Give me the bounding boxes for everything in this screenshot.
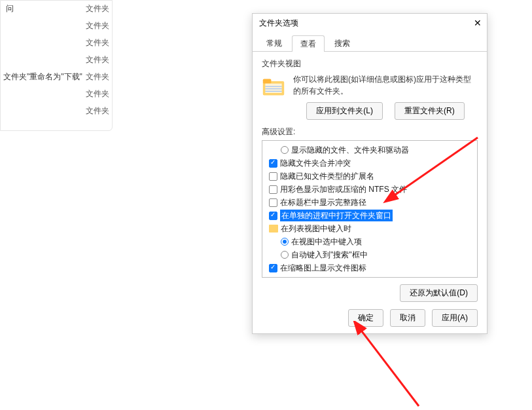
- svg-rect-2: [265, 84, 281, 93]
- advanced-setting-item[interactable]: 在文件夹提示中显示文件大小信息: [265, 274, 474, 278]
- column-label: 文件夹: [86, 37, 112, 48]
- dialog-title: 文件夹选项: [259, 18, 298, 29]
- context-text: 问: [6, 3, 14, 14]
- checkbox-input[interactable]: [269, 212, 277, 220]
- radio-input[interactable]: [281, 238, 289, 246]
- tab-strip: 常规 查看 搜索: [253, 32, 487, 52]
- advanced-setting-label: 在单独的进程中打开文件夹窗口: [280, 210, 393, 221]
- background-window-fragment: 问 文件夹 文件夹 文件夹 文件夹 文件夹 文件夹 文件夹 文件夹"重命名为"下…: [0, 0, 113, 131]
- checkbox-input[interactable]: [269, 198, 277, 207]
- cancel-button[interactable]: 取消: [390, 309, 425, 327]
- dialog-content: 文件夹视图 你可以将此视图(如详细信息或图标)应用于这种类型的所有文件夹。 应用…: [253, 52, 487, 308]
- advanced-setting-item[interactable]: 在视图中选中键入项: [265, 235, 474, 248]
- advanced-setting-label: 自动键入到"搜索"框中: [291, 249, 368, 261]
- checkbox-input[interactable]: [269, 159, 277, 168]
- checkbox-input[interactable]: [269, 172, 277, 181]
- advanced-setting-item[interactable]: 在缩略图上显示文件图标: [265, 261, 474, 274]
- advanced-setting-label: 在视图中选中键入项: [291, 236, 362, 248]
- advanced-setting-item[interactable]: 显示隐藏的文件、文件夹和驱动器: [265, 143, 474, 157]
- ok-button[interactable]: 确定: [348, 309, 383, 327]
- advanced-setting-label: 隐藏文件夹合并冲突: [280, 157, 351, 169]
- dialog-titlebar: 文件夹选项 ✕: [253, 14, 487, 32]
- column-label: 文件夹: [86, 3, 112, 14]
- advanced-settings-label: 高级设置:: [262, 126, 478, 138]
- advanced-setting-item[interactable]: 用彩色显示加密或压缩的 NTFS 文件: [265, 183, 474, 196]
- checkbox-input[interactable]: [269, 185, 277, 194]
- checkbox-input[interactable]: [269, 264, 277, 272]
- checkbox-input[interactable]: [269, 277, 277, 278]
- close-button[interactable]: ✕: [474, 18, 482, 28]
- tab-view[interactable]: 查看: [292, 35, 325, 52]
- folder-icon: [262, 76, 285, 98]
- tab-general[interactable]: 常规: [258, 35, 291, 51]
- radio-input[interactable]: [281, 146, 289, 154]
- radio-input[interactable]: [281, 251, 289, 259]
- folder-icon: [269, 225, 278, 233]
- svg-rect-1: [263, 79, 272, 83]
- advanced-setting-label: 在缩略图上显示文件图标: [280, 262, 366, 274]
- column-label: 文件夹: [86, 88, 112, 100]
- folder-view-label: 文件夹视图: [262, 58, 478, 69]
- advanced-setting-item[interactable]: 在标题栏中显示完整路径: [265, 196, 474, 209]
- reset-folders-button[interactable]: 重置文件夹(R): [395, 102, 465, 120]
- column-label: 文件夹: [86, 105, 112, 117]
- advanced-setting-label: 在文件夹提示中显示文件大小信息: [280, 275, 398, 278]
- folder-options-dialog: 文件夹选项 ✕ 常规 查看 搜索 文件夹视图 你可以将此视图(如详细信息或图标)…: [252, 13, 488, 334]
- folder-view-description: 你可以将此视图(如详细信息或图标)应用于这种类型的所有文件夹。: [293, 73, 478, 97]
- advanced-setting-label: 显示隐藏的文件、文件夹和驱动器: [291, 144, 409, 156]
- advanced-setting-label: 在标题栏中显示完整路径: [280, 196, 366, 208]
- advanced-setting-item[interactable]: 在单独的进程中打开文件夹窗口: [265, 209, 474, 222]
- advanced-setting-label: 隐藏已知文件类型的扩展名: [280, 170, 374, 182]
- folder-view-group: 文件夹视图 你可以将此视图(如详细信息或图标)应用于这种类型的所有文件夹。 应用…: [262, 58, 478, 120]
- advanced-setting-item[interactable]: 在列表视图中键入时: [265, 222, 474, 235]
- advanced-setting-label: 在列表视图中键入时: [281, 223, 351, 234]
- advanced-setting-item[interactable]: 隐藏已知文件类型的扩展名: [265, 170, 474, 183]
- dialog-footer: 确定 取消 应用(A): [348, 309, 478, 327]
- advanced-settings-list[interactable]: 显示隐藏的文件、文件夹和驱动器隐藏文件夹合并冲突隐藏已知文件类型的扩展名用彩色显…: [262, 140, 478, 278]
- apply-button[interactable]: 应用(A): [432, 309, 478, 327]
- column-label: 文件夹: [86, 54, 112, 65]
- rename-folder-text: 文件夹"重命名为"下载": [1, 71, 105, 83]
- restore-defaults-button[interactable]: 还原为默认值(D): [400, 284, 478, 302]
- apply-to-folders-button[interactable]: 应用到文件夹(L): [306, 102, 383, 120]
- advanced-setting-item[interactable]: 隐藏文件夹合并冲突: [265, 157, 474, 170]
- advanced-setting-label: 用彩色显示加密或压缩的 NTFS 文件: [280, 183, 407, 195]
- advanced-setting-item[interactable]: 自动键入到"搜索"框中: [265, 248, 474, 261]
- column-label: 文件夹: [86, 20, 112, 31]
- svg-line-7: [360, 329, 419, 406]
- tab-search[interactable]: 搜索: [326, 35, 359, 51]
- annotation-arrow-icon: [340, 321, 432, 410]
